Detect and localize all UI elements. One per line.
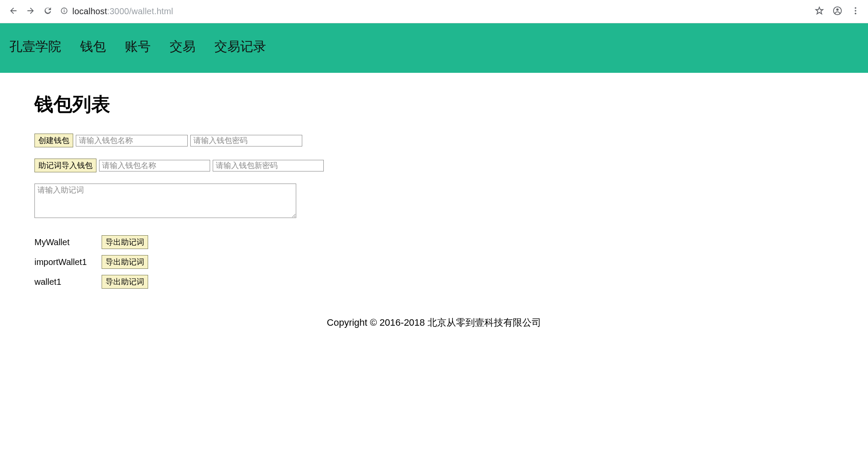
footer-copyright: Copyright © 2016-2018 北京从零到壹科技有限公司 — [0, 302, 868, 342]
export-mnemonic-button[interactable]: 导出助记词 — [102, 275, 148, 289]
browser-nav-icons — [4, 6, 53, 17]
reload-icon[interactable] — [43, 6, 53, 17]
app-header: 孔壹学院 钱包 账号 交易 交易记录 — [0, 23, 868, 73]
svg-point-4 — [836, 8, 839, 11]
wallet-name: importWallet1 — [34, 257, 99, 267]
nav-item-wallet[interactable]: 钱包 — [80, 38, 106, 56]
create-wallet-row: 创建钱包 — [34, 134, 834, 147]
svg-rect-2 — [64, 9, 65, 9]
export-mnemonic-button[interactable]: 导出助记词 — [102, 235, 148, 249]
nav-item-account[interactable]: 账号 — [125, 38, 151, 56]
profile-icon[interactable] — [833, 6, 842, 17]
browser-toolbar: localhost:3000/wallet.html — [0, 0, 868, 23]
svg-point-5 — [855, 7, 856, 9]
forward-icon[interactable] — [26, 6, 35, 17]
create-wallet-password-input[interactable] — [190, 135, 302, 146]
address-bar[interactable]: localhost:3000/wallet.html — [59, 6, 809, 16]
import-wallet-row: 助记词导入钱包 — [34, 159, 834, 172]
svg-rect-1 — [64, 10, 65, 12]
import-wallet-password-input[interactable] — [213, 160, 324, 171]
kebab-menu-icon[interactable] — [851, 6, 860, 17]
brand-label[interactable]: 孔壹学院 — [9, 38, 61, 56]
create-wallet-name-input[interactable] — [76, 135, 188, 146]
page-title: 钱包列表 — [34, 92, 834, 117]
wallet-list: MyWallet 导出助记词 importWallet1 导出助记词 walle… — [34, 235, 148, 289]
bookmark-star-icon[interactable] — [815, 6, 824, 17]
import-wallet-button[interactable]: 助记词导入钱包 — [34, 159, 96, 172]
svg-point-6 — [855, 10, 856, 12]
nav-item-trade-history[interactable]: 交易记录 — [214, 38, 266, 56]
browser-right-icons — [815, 6, 864, 17]
site-info-icon[interactable] — [60, 7, 68, 16]
main-content: 钱包列表 创建钱包 助记词导入钱包 MyWallet 导出助记词 importW… — [0, 73, 868, 302]
create-wallet-button[interactable]: 创建钱包 — [34, 134, 73, 147]
export-mnemonic-button[interactable]: 导出助记词 — [102, 255, 148, 269]
wallet-name: MyWallet — [34, 237, 99, 247]
url-text: localhost:3000/wallet.html — [72, 6, 173, 16]
mnemonic-textarea[interactable] — [34, 184, 296, 218]
wallet-name: wallet1 — [34, 277, 99, 287]
import-wallet-name-input[interactable] — [99, 160, 210, 171]
back-icon[interactable] — [9, 6, 18, 17]
svg-point-7 — [855, 12, 856, 14]
nav-item-trade[interactable]: 交易 — [170, 38, 195, 56]
